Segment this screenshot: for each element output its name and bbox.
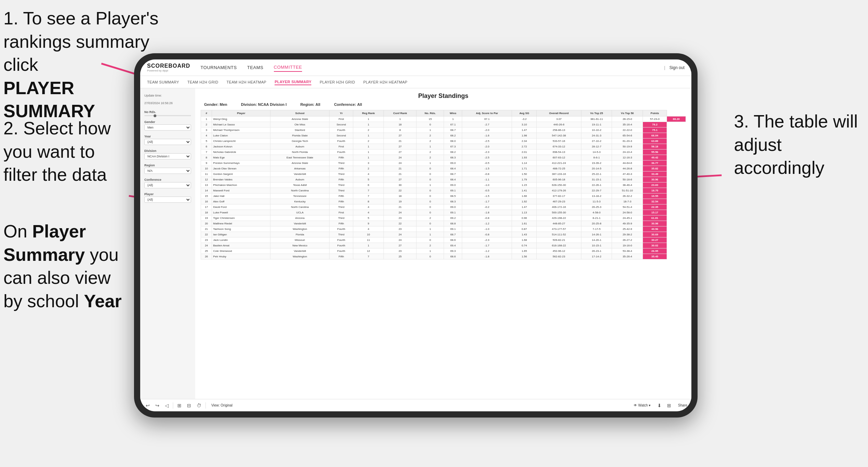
data-cell: 10-10-2 [581, 127, 612, 133]
player-name-cell: Matthew Riedel [212, 221, 270, 226]
no-rds-label: No Rds. [144, 110, 191, 114]
data-cell: 27-10-2 [581, 138, 612, 144]
table-row: 14Maxwell FordNorth CarolinaThird722069.… [201, 188, 686, 193]
player-name-cell: Taehoon Song [212, 226, 270, 232]
watch-btn[interactable]: 👁 Watch ▾ [634, 403, 650, 407]
player-name-cell: Ian Gilligan [212, 232, 270, 237]
player-select[interactable]: (All) [144, 197, 191, 203]
player-name-cell: Jack Lundin [212, 237, 270, 243]
data-cell: Arizona State [270, 160, 330, 166]
data-cell: -0.8 [462, 215, 512, 221]
data-cell: 412-179-26 [537, 188, 581, 193]
region-select[interactable]: N/A [144, 168, 191, 174]
gender-select[interactable]: Men [144, 124, 191, 131]
data-cell: 1.71 [512, 166, 537, 171]
data-cell: -1.7 [462, 199, 512, 204]
undo-btn[interactable]: ↩ [144, 402, 151, 409]
data-cell: 28-12-7 [581, 144, 612, 149]
data-cell: 1.68 [512, 237, 537, 243]
data-cell: 6 [201, 144, 212, 149]
data-cell: East Tennessee State [270, 155, 330, 160]
no-rds-slider[interactable] [144, 115, 191, 116]
copy-btn[interactable]: ⊞ [176, 402, 183, 409]
data-cell: 7 [353, 188, 384, 193]
table-row: 3Michael ThorbjornsenStanfordFourth28168… [201, 127, 686, 133]
data-cell: Auburn [270, 144, 330, 149]
data-cell: 3.07 [537, 116, 581, 122]
data-cell: 387-133-16 [537, 171, 581, 177]
data-cell: Arkansas [270, 166, 330, 171]
data-cell: 452-96-12 [537, 248, 581, 254]
grid-btn[interactable]: ⊞ [666, 402, 672, 409]
data-cell: 61-20-3 [612, 138, 643, 144]
subnav-player-h2h-heatmap[interactable]: PLAYER H2H HEATMAP [363, 79, 407, 85]
data-cell: -2.0 [462, 144, 512, 149]
points-cell: 30.98 [643, 221, 667, 226]
year-select[interactable]: (All) [144, 139, 191, 145]
data-cell: 7 [201, 149, 212, 155]
data-cell: 1.93 [512, 155, 537, 160]
data-cell: 24 [201, 243, 212, 248]
col-vs-top50: Vs Top 50 [612, 110, 643, 116]
clock-btn[interactable]: ⏱ [195, 402, 203, 409]
data-cell: 0 [416, 188, 444, 193]
player-name-cell: Mats Ege [212, 155, 270, 160]
data-cell: 4 [353, 171, 384, 177]
data-cell: 69.0 [444, 204, 462, 210]
table-header-row: # Player School Yr Reg Rank Conf Rank No… [201, 110, 686, 116]
data-cell: 258-86-13 [537, 127, 581, 133]
sign-out-link[interactable]: Sign out [669, 65, 685, 70]
data-cell: 25-42-9 [612, 226, 643, 232]
subnav-team-h2h-heatmap[interactable]: TEAM H2H HEATMAP [226, 79, 266, 85]
points-cell: 30.96 [643, 177, 667, 182]
nav-tab-committee[interactable]: COMMITTEE [274, 63, 302, 72]
conference-select[interactable]: (All) [144, 182, 191, 188]
data-cell: 1 [416, 182, 444, 188]
data-cell: 68.7 [444, 171, 462, 177]
data-cell: 3.10 [512, 122, 537, 127]
player-name-cell: Brendan Valdes [212, 177, 270, 182]
back-btn[interactable]: ◁ [164, 402, 170, 409]
subnav-player-h2h-grid[interactable]: PLAYER H2H GRID [320, 79, 355, 85]
data-cell: Third [330, 171, 353, 177]
share-btn[interactable]: Share [678, 403, 687, 407]
division-label: Division [144, 149, 191, 153]
data-cell: 473-177-57 [537, 226, 581, 232]
data-cell: 26-25-3 [581, 204, 612, 210]
view-label[interactable]: View: Original [211, 403, 233, 407]
division-select[interactable]: NCAA Division I [144, 153, 191, 159]
data-cell: -1.2 [462, 221, 512, 226]
subnav-team-summary[interactable]: TEAM SUMMARY [147, 79, 179, 85]
subnav-player-summary[interactable]: PLAYER SUMMARY [275, 79, 311, 85]
data-cell: 26-27-2 [612, 237, 643, 243]
table-filters: Gender: Men Division: NCAA Division I Re… [201, 102, 686, 107]
data-cell: 68.6 [444, 237, 462, 243]
data-cell: 628-150-30 [537, 182, 581, 188]
download-btn[interactable]: ⬇ [656, 402, 663, 409]
subnav-team-h2h-grid[interactable]: TEAM H2H GRID [187, 79, 218, 85]
nav-tab-tournaments[interactable]: TOURNAMENTS [201, 64, 237, 71]
paste-btn[interactable]: ⊟ [186, 402, 192, 409]
table-row: 24Bastien AmatNew MexicoFourth127269.4-1… [201, 243, 686, 248]
data-cell: 11 [201, 171, 212, 177]
data-cell: 381-61-11 [581, 116, 612, 122]
data-cell: 30 [384, 182, 416, 188]
nav-tab-teams[interactable]: TEAMS [247, 64, 263, 71]
data-cell: Fifth [330, 221, 353, 226]
data-cell: 11 [353, 237, 384, 243]
data-cell: 19-39-2 [581, 160, 612, 166]
player-name-cell: Jake Hall [212, 193, 270, 199]
data-cell: 562-82-23 [537, 254, 581, 259]
toolbar-divider1 [173, 402, 173, 409]
data-cell: -1.6 [462, 133, 512, 138]
data-cell: 448-85-27 [537, 221, 581, 226]
table-row: 22Ian GilliganFloridaThird1024168.7-0.81… [201, 232, 686, 237]
data-cell: 15 [201, 193, 212, 199]
redo-btn[interactable]: ↪ [154, 402, 161, 409]
data-cell: 17-14-2 [581, 254, 612, 259]
data-cell: 1 [416, 248, 444, 254]
data-cell: 4 [353, 210, 384, 215]
data-cell: First [330, 210, 353, 215]
table-row: 6Jackson KoivunAuburnFirst127167.3-2.02.… [201, 144, 686, 149]
player-name-cell: Christo Lamprecht [212, 138, 270, 144]
